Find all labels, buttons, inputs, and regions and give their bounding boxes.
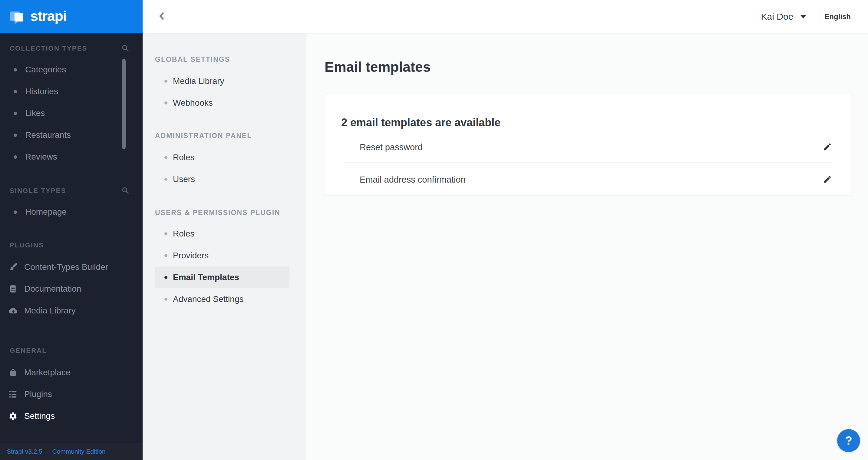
bullet-icon xyxy=(164,101,167,104)
settings-sidebar: GLOBAL SETTINGS Media Library Webhooks A… xyxy=(143,33,306,460)
sidebar-item-label: Content-Types Builder xyxy=(24,262,108,272)
bullet-icon xyxy=(164,156,167,159)
template-label: Reset password xyxy=(360,142,423,152)
sidebar-item-homepage[interactable]: Homepage xyxy=(0,201,143,223)
bullet-icon xyxy=(13,133,17,137)
sidebar-nav: COLLECTION TYPES Categories Histories Li… xyxy=(0,33,143,427)
bullet-icon xyxy=(13,112,17,115)
template-row-reset-password[interactable]: Reset password xyxy=(324,132,851,162)
pencil-icon xyxy=(823,175,832,185)
sidebar-item-marketplace[interactable]: Marketplace xyxy=(0,362,143,384)
strapi-admin-app: strapi COLLECTION TYPES Categories Histo… xyxy=(0,0,868,460)
row-divider xyxy=(343,162,833,163)
settings-item-roles-up[interactable]: Roles xyxy=(155,223,289,245)
logo-wordmark: strapi xyxy=(30,9,66,25)
user-menu[interactable]: Kai Doe xyxy=(761,11,807,22)
chevron-left-icon xyxy=(157,10,168,23)
sidebar-footer: Strapi v3.2.5 — Community Edition xyxy=(0,443,143,460)
topbar-right: Kai Doe English xyxy=(761,10,868,23)
section-collection-types: COLLECTION TYPES xyxy=(0,45,143,52)
settings-item-label: Webhooks xyxy=(173,98,213,108)
list-icon xyxy=(8,390,18,399)
sidebar-scrollbar-thumb[interactable] xyxy=(122,59,126,149)
bullet-icon xyxy=(13,90,17,93)
section-title: SINGLE TYPES xyxy=(10,187,66,194)
chevron-down-icon xyxy=(800,15,806,19)
sidebar-item-restaurants[interactable]: Restaurants xyxy=(0,124,143,146)
settings-item-email-templates[interactable]: Email Templates xyxy=(155,267,289,288)
email-templates-card: 2 email templates are available Reset pa… xyxy=(324,94,851,195)
settings-item-roles-admin[interactable]: Roles xyxy=(155,147,289,168)
sidebar-item-label: Histories xyxy=(25,87,58,96)
sidebar-item-label: Homepage xyxy=(25,207,67,217)
section-administration-panel: ADMINISTRATION PANEL xyxy=(143,132,306,139)
page-title: Email templates xyxy=(324,59,431,75)
main-sidebar: strapi COLLECTION TYPES Categories Histo… xyxy=(0,0,143,460)
back-button[interactable] xyxy=(143,0,182,33)
sidebar-item-label: Documentation xyxy=(24,284,81,294)
settings-item-webhooks[interactable]: Webhooks xyxy=(155,92,289,114)
user-name: Kai Doe xyxy=(761,11,794,22)
settings-item-label: Roles xyxy=(173,229,195,239)
settings-item-advanced-settings[interactable]: Advanced Settings xyxy=(155,288,289,310)
sidebar-item-label: Reviews xyxy=(25,152,57,162)
search-icon[interactable] xyxy=(121,44,129,54)
sidebar-item-plugins[interactable]: Plugins xyxy=(0,384,143,405)
section-users-permissions-plugin: USERS & PERMISSIONS PLUGIN xyxy=(143,209,306,216)
section-general: GENERAL xyxy=(0,347,143,354)
edit-button[interactable] xyxy=(821,141,834,154)
language-button[interactable]: English xyxy=(825,12,851,21)
template-row-email-confirmation[interactable]: Email address confirmation xyxy=(324,164,851,195)
settings-item-providers[interactable]: Providers xyxy=(155,245,289,267)
sidebar-item-content-types-builder[interactable]: Content-Types Builder xyxy=(0,256,143,278)
bullet-icon xyxy=(13,211,17,214)
template-label: Email address confirmation xyxy=(360,175,466,185)
sidebar-item-settings[interactable]: Settings xyxy=(0,405,143,427)
search-icon[interactable] xyxy=(121,187,129,196)
section-title: COLLECTION TYPES xyxy=(10,44,87,52)
pencil-icon xyxy=(823,142,832,152)
sidebar-item-label: Likes xyxy=(25,109,45,118)
settings-item-label: Roles xyxy=(173,153,195,162)
bullet-icon xyxy=(164,232,167,235)
strapi-logo[interactable]: strapi xyxy=(0,0,143,33)
sidebar-item-likes[interactable]: Likes xyxy=(0,102,143,124)
question-mark-icon: ? xyxy=(845,434,852,447)
topbar: Kai Doe English xyxy=(143,0,868,34)
bullet-icon xyxy=(13,68,17,71)
sidebar-item-label: Marketplace xyxy=(24,368,70,377)
topbar-divider xyxy=(819,10,820,23)
settings-item-label: Media Library xyxy=(173,76,224,86)
sidebar-item-label: Restaurants xyxy=(25,130,71,140)
book-icon xyxy=(8,284,18,294)
basket-icon xyxy=(8,368,18,377)
card-heading: 2 email templates are available xyxy=(341,116,500,129)
sidebar-item-categories[interactable]: Categories xyxy=(0,59,143,81)
settings-item-media-library[interactable]: Media Library xyxy=(155,70,289,92)
version-link[interactable]: Strapi v3.2.5 — Community Edition xyxy=(7,448,106,455)
bullet-icon xyxy=(164,178,167,181)
section-single-types: SINGLE TYPES xyxy=(0,187,143,194)
bullet-icon xyxy=(13,155,17,159)
bullet-icon xyxy=(164,276,167,279)
section-global-settings: GLOBAL SETTINGS xyxy=(143,56,306,63)
settings-item-label: Email Templates xyxy=(173,273,239,282)
section-title: PLUGINS xyxy=(10,241,44,249)
bullet-icon xyxy=(164,80,167,83)
sidebar-item-histories[interactable]: Histories xyxy=(0,81,143,102)
settings-item-label: Providers xyxy=(173,251,209,260)
settings-item-label: Advanced Settings xyxy=(173,294,244,304)
sidebar-item-label: Settings xyxy=(24,411,55,421)
bullet-icon xyxy=(164,254,167,257)
strapi-logo-icon xyxy=(10,9,25,24)
help-button[interactable]: ? xyxy=(837,429,860,452)
main-content: Email templates 2 email templates are av… xyxy=(306,34,868,460)
sidebar-item-label: Media Library xyxy=(24,306,76,315)
sidebar-item-reviews[interactable]: Reviews xyxy=(0,146,143,168)
sidebar-item-media-library[interactable]: Media Library xyxy=(0,300,143,321)
sidebar-item-documentation[interactable]: Documentation xyxy=(0,278,143,300)
settings-item-users[interactable]: Users xyxy=(155,168,289,190)
sidebar-item-label: Categories xyxy=(25,65,66,74)
edit-button[interactable] xyxy=(821,173,834,186)
sidebar-item-label: Plugins xyxy=(24,390,52,399)
